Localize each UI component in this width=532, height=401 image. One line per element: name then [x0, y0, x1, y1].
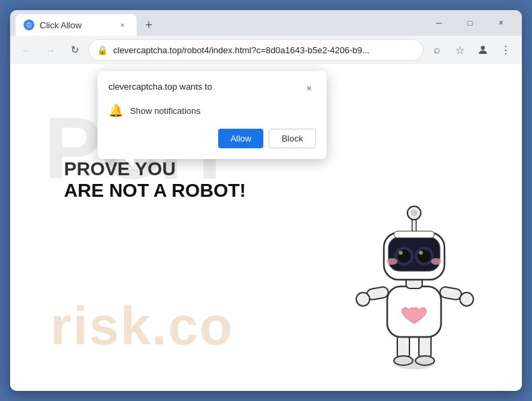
title-bar: © Click Allow × + ─ □ × — [10, 10, 522, 36]
svg-point-10 — [460, 292, 473, 306]
svg-point-21 — [431, 258, 442, 265]
svg-rect-25 — [394, 231, 434, 238]
robot-illustration — [347, 182, 481, 384]
tab-close-btn[interactable]: × — [117, 19, 129, 31]
svg-point-9 — [356, 292, 370, 306]
bookmark-icon-btn[interactable]: ☆ — [449, 39, 471, 61]
tab-title: Click Allow — [40, 20, 111, 30]
search-icon-btn[interactable]: ⌕ — [426, 39, 448, 61]
svg-point-24 — [411, 210, 418, 216]
svg-rect-8 — [439, 286, 462, 301]
back-button[interactable]: ← — [15, 39, 37, 61]
bell-icon: 🔔 — [108, 103, 123, 118]
new-tab-button[interactable]: + — [139, 16, 158, 34]
watermark-risk: risk.co — [51, 295, 234, 357]
svg-point-19 — [419, 251, 423, 255]
svg-point-4 — [394, 356, 413, 365]
tabs-area: © Click Allow × + — [15, 10, 424, 36]
not-robot-text: ARE NOT A ROBOT! — [64, 180, 246, 202]
notification-popup: clevercaptcha.top wants to × 🔔 Show noti… — [98, 71, 327, 159]
address-bar[interactable]: 🔒 clevercaptcha.top/robot4/index.html?c=… — [88, 39, 424, 61]
allow-button[interactable]: Allow — [218, 129, 263, 148]
account-icon-btn[interactable] — [472, 39, 494, 61]
tab-favicon: © — [24, 20, 34, 30]
active-tab[interactable]: © Click Allow × — [15, 14, 137, 36]
toolbar-icons: ⌕ ☆ ⋮ — [426, 39, 517, 61]
svg-point-0 — [481, 46, 485, 50]
menu-icon-btn[interactable]: ⋮ — [495, 39, 517, 61]
speech-bubble-tail — [125, 159, 134, 168]
svg-point-18 — [399, 251, 403, 255]
minimize-button[interactable]: ─ — [424, 10, 455, 36]
forward-button[interactable]: → — [40, 39, 61, 61]
maximize-button[interactable]: □ — [455, 10, 486, 36]
svg-point-5 — [415, 356, 434, 365]
block-button[interactable]: Block — [269, 129, 316, 148]
popup-site-text: clevercaptcha.top wants to — [108, 82, 212, 92]
window-controls: ─ □ × — [424, 10, 517, 36]
toolbar: ← → ↻ 🔒 clevercaptcha.top/robot4/index.h… — [10, 36, 522, 64]
lock-icon: 🔒 — [97, 45, 108, 55]
url-text: clevercaptcha.top/robot4/index.html?c=8d… — [113, 45, 415, 55]
page-content: PCH risk.co PROVE YOU ARE NOT A ROBOT! — [10, 64, 522, 391]
popup-header: clevercaptcha.top wants to × — [108, 82, 316, 95]
close-button[interactable]: × — [486, 10, 517, 36]
popup-buttons: Allow Block — [108, 129, 316, 148]
notification-label-text: Show notifications — [130, 106, 201, 116]
svg-point-20 — [387, 258, 397, 265]
popup-notification-row: 🔔 Show notifications — [108, 103, 316, 118]
prove-you-text: PROVE YOU — [64, 158, 246, 180]
page-text-area: PROVE YOU ARE NOT A ROBOT! — [64, 158, 246, 202]
popup-close-btn[interactable]: × — [302, 82, 316, 95]
browser-window: © Click Allow × + ─ □ × ← → ↻ 🔒 cleverca… — [10, 10, 522, 391]
reload-button[interactable]: ↻ — [64, 39, 86, 61]
